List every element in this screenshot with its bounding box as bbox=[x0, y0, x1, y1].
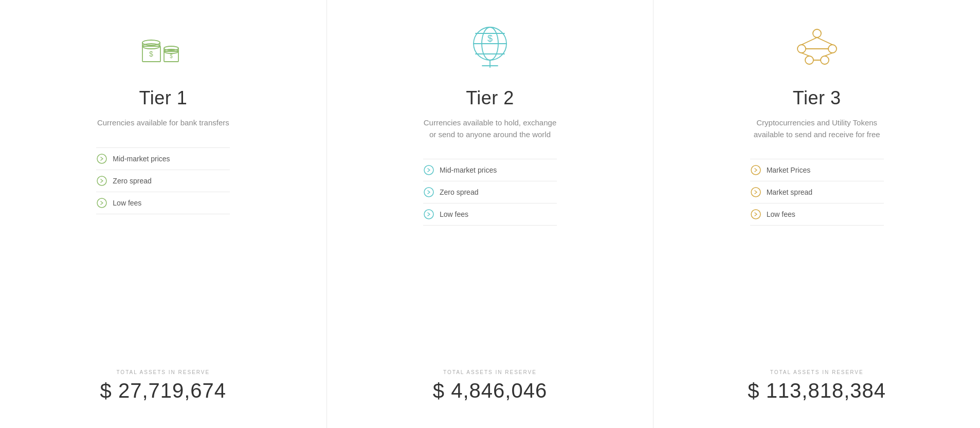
tier-icon: $ bbox=[459, 21, 521, 72]
tier-title: Tier 1 bbox=[139, 87, 187, 109]
svg-line-33 bbox=[802, 53, 809, 56]
feature-label: Zero spread bbox=[113, 177, 151, 185]
svg-point-13 bbox=[97, 176, 106, 185]
arrow-circle-icon bbox=[96, 153, 107, 164]
arrow-circle-icon bbox=[750, 187, 761, 198]
svg-point-26 bbox=[813, 29, 821, 38]
features-list: Mid-market prices Zero spread Low fees bbox=[423, 159, 557, 226]
reserve-label: TOTAL ASSETS IN RESERVE bbox=[100, 369, 227, 375]
arrow-circle-icon bbox=[423, 187, 434, 198]
svg-point-23 bbox=[424, 165, 433, 175]
tier-icon bbox=[786, 21, 848, 72]
svg-line-31 bbox=[802, 38, 817, 45]
svg-line-32 bbox=[817, 38, 832, 45]
feature-item: Low fees bbox=[423, 203, 557, 226]
svg-point-37 bbox=[751, 165, 760, 175]
feature-item: Mid-market prices bbox=[96, 147, 230, 170]
svg-point-38 bbox=[751, 188, 760, 197]
feature-label: Low fees bbox=[113, 199, 141, 207]
feature-item: Zero spread bbox=[423, 181, 557, 203]
feature-item: Low fees bbox=[96, 192, 230, 214]
feature-label: Low fees bbox=[767, 210, 795, 218]
tier-card-1: $ $ Tier 1 Currencies available for bank… bbox=[0, 0, 327, 428]
feature-label: Mid-market prices bbox=[440, 166, 497, 174]
feature-label: Market spread bbox=[767, 188, 812, 196]
tiers-container: $ $ Tier 1 Currencies available for bank… bbox=[0, 0, 980, 428]
reserve-label: TOTAL ASSETS IN RESERVE bbox=[433, 369, 547, 375]
reserve-amount: $ 113,818,384 bbox=[748, 379, 886, 402]
svg-point-14 bbox=[97, 198, 106, 208]
svg-point-2 bbox=[142, 40, 160, 45]
features-list: Market Prices Market spread Low fees bbox=[750, 159, 884, 226]
reserve-amount: $ 27,719,674 bbox=[100, 379, 227, 402]
svg-point-30 bbox=[821, 56, 829, 64]
svg-text:$: $ bbox=[487, 33, 493, 44]
svg-point-12 bbox=[97, 154, 106, 163]
svg-point-29 bbox=[805, 56, 813, 64]
svg-text:$: $ bbox=[149, 50, 153, 58]
svg-point-25 bbox=[424, 210, 433, 219]
tier-card-2: $ Tier 2 Currencies available to hold, e… bbox=[327, 0, 654, 428]
tier-subtitle: Currencies available for bank transfers bbox=[97, 117, 229, 129]
svg-text:$: $ bbox=[170, 53, 173, 59]
reserve-amount: $ 4,846,046 bbox=[433, 379, 547, 402]
svg-line-34 bbox=[825, 53, 832, 56]
svg-point-27 bbox=[797, 45, 806, 53]
reserve-section: TOTAL ASSETS IN RESERVE $ 113,818,384 bbox=[748, 369, 886, 402]
svg-point-28 bbox=[828, 45, 837, 53]
feature-item: Zero spread bbox=[96, 170, 230, 192]
tier-subtitle: Currencies available to hold, exchange o… bbox=[423, 117, 557, 140]
reserve-section: TOTAL ASSETS IN RESERVE $ 4,846,046 bbox=[433, 369, 547, 402]
reserve-section: TOTAL ASSETS IN RESERVE $ 27,719,674 bbox=[100, 369, 227, 402]
feature-label: Market Prices bbox=[767, 166, 811, 174]
feature-label: Zero spread bbox=[440, 188, 478, 196]
tier-subtitle: Cryptocurrencies and Utility Tokens avai… bbox=[750, 117, 884, 140]
feature-item: Market Prices bbox=[750, 159, 884, 181]
feature-label: Low fees bbox=[440, 210, 468, 218]
tier-title: Tier 2 bbox=[466, 87, 514, 109]
feature-label: Mid-market prices bbox=[113, 155, 170, 163]
reserve-label: TOTAL ASSETS IN RESERVE bbox=[748, 369, 886, 375]
features-list: Mid-market prices Zero spread Low fees bbox=[96, 147, 230, 214]
arrow-circle-icon bbox=[423, 164, 434, 176]
svg-point-24 bbox=[424, 188, 433, 197]
arrow-circle-icon bbox=[96, 197, 107, 209]
arrow-circle-icon bbox=[750, 209, 761, 220]
feature-item: Market spread bbox=[750, 181, 884, 203]
tier-icon: $ $ bbox=[132, 21, 194, 72]
arrow-circle-icon bbox=[423, 209, 434, 220]
feature-item: Low fees bbox=[750, 203, 884, 226]
feature-item: Mid-market prices bbox=[423, 159, 557, 181]
arrow-circle-icon bbox=[96, 175, 107, 187]
arrow-circle-icon bbox=[750, 164, 761, 176]
tier-card-3: Tier 3 Cryptocurrencies and Utility Toke… bbox=[654, 0, 980, 428]
tier-title: Tier 3 bbox=[793, 87, 841, 109]
svg-point-39 bbox=[751, 210, 760, 219]
